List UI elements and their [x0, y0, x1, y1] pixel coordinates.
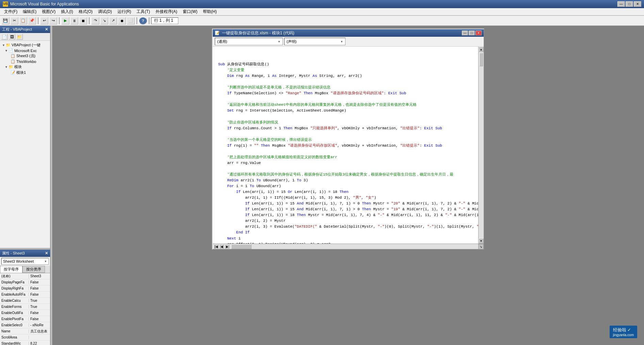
- tree-icon-thisworkbook: 📋: [11, 59, 15, 64]
- properties-dropdown[interactable]: Sheet3 Worksheet ▼: [1, 258, 49, 265]
- app-maximize-btn[interactable]: □: [626, 1, 633, 7]
- tb-stop[interactable]: ⏹: [79, 17, 87, 24]
- tb-redo[interactable]: ↪: [49, 17, 57, 24]
- menu-help[interactable]: 帮助(H): [200, 8, 220, 15]
- h-scroll-thumb[interactable]: [231, 244, 252, 249]
- vba-window: 📝 一键提取身份证信息.xlsm - 模块1 (代码) — □ ✕ (通用) ▼…: [212, 29, 484, 250]
- tb-paste[interactable]: 📌: [28, 17, 36, 24]
- vba-dropdown-general[interactable]: (通用) ▼: [215, 38, 283, 45]
- tb-step2[interactable]: ↘: [100, 17, 108, 24]
- prop-row-enableforms: EnableForms True: [0, 304, 50, 310]
- vba-bottom-row: |◀ ◀ ▶ ↘: [213, 244, 484, 249]
- tb-step3[interactable]: ↗: [109, 17, 117, 24]
- menu-run[interactable]: 运行(R): [115, 8, 134, 15]
- nav-next-btn[interactable]: ▶: [225, 244, 229, 249]
- tree-label-excel: Microsoft Exc: [14, 49, 37, 53]
- scroll-thumb[interactable]: [479, 53, 483, 66]
- app-minimize-btn[interactable]: —: [617, 1, 625, 7]
- scroll-up-btn[interactable]: ▲: [479, 47, 484, 52]
- nav-first-btn[interactable]: |◀: [214, 244, 219, 249]
- vba-maximize-btn[interactable]: □: [469, 31, 475, 35]
- prop-enablepivot-value: False: [29, 317, 50, 321]
- tb-undo[interactable]: ↩: [40, 17, 48, 24]
- tree-label-sheet3: Sheet3 (员): [16, 53, 35, 59]
- code-line-dim: Dim rng As Range, i As Integer, Mystr As…: [218, 73, 473, 79]
- tree-thisworkbook[interactable]: ▶ 📋 ThisWorkbo: [7, 59, 49, 64]
- menu-file[interactable]: 文件(F): [1, 8, 20, 15]
- scroll-down-btn[interactable]: ▼: [479, 238, 484, 244]
- tb-bp[interactable]: ⏺: [118, 17, 126, 24]
- code-line-arr2-2: arr2(i, 2) = Mystr: [218, 218, 473, 224]
- tree-sheet3[interactable]: ▶ 📋 Sheet3 (员): [7, 53, 49, 59]
- project-toggle-folder[interactable]: 📁: [16, 34, 23, 40]
- code-line-rng: rng.Offset(0, 1).Resize(UBound(arr), 3) …: [218, 242, 473, 244]
- tree-module1[interactable]: ▶ 📝 模块1: [7, 70, 49, 76]
- menu-edit[interactable]: 编辑(E): [20, 8, 39, 15]
- prop-displaypage-label: DisplayPageFa: [0, 280, 29, 284]
- prop-enableselec-value: - xlNoRe: [29, 323, 50, 327]
- tb-save[interactable]: 💾: [1, 17, 10, 24]
- tb-copy[interactable]: 📋: [19, 17, 27, 24]
- project-view-code[interactable]: 📄: [1, 34, 8, 40]
- code-line-empty5: [218, 149, 473, 154]
- tree-microsoft-excel[interactable]: ▼ 📄 Microsoft Exc: [4, 48, 49, 53]
- tree-arrow-vbaproject: ▼: [2, 44, 5, 47]
- code-line-empty4: [218, 131, 473, 137]
- prop-row-enableselec: EnableSelec0 - xlNoRe: [0, 322, 50, 328]
- nav-prev-btn[interactable]: ◀: [219, 244, 224, 249]
- prop-row-enableoutli: EnableOutliFa False: [0, 310, 50, 316]
- vba-win-controls: — □ ✕: [462, 31, 482, 35]
- left-panel: 工程 - VBAProject ✕ 📄 🖼 📁 ▼ 📁 VBAProject (…: [0, 26, 50, 345]
- tb-help[interactable]: ?: [139, 17, 147, 24]
- vba-close-btn[interactable]: ✕: [476, 31, 482, 35]
- tb-cut[interactable]: ✂: [10, 17, 18, 24]
- tb-clr[interactable]: ⬜: [127, 17, 135, 24]
- properties-close[interactable]: ✕: [45, 251, 48, 256]
- toolbar: 💾 ✂ 📋 📌 ↩ ↪ ▶ ⏸ ⏹ ↷ ↘ ↗ ⏺ ⬜ ? 行 1，列 1: [0, 16, 644, 26]
- code-line-iflen15-2: If Len(arr(i, 1)) = 15 And Mid(arr(i, 1)…: [218, 207, 473, 212]
- tb-step[interactable]: ↷: [91, 17, 99, 24]
- menu-bar: 文件(F) 编辑(E) 视图(V) 插入(I) 格式(O) 调试(D) 运行(R…: [0, 8, 644, 16]
- tb-pause[interactable]: ⏸: [70, 17, 78, 24]
- prop-enableauto-label: EnableAutoRFa: [0, 293, 29, 296]
- app-close-btn[interactable]: ✕: [634, 1, 641, 7]
- menu-format[interactable]: 格式(O): [76, 8, 95, 15]
- code-editor[interactable]: Sub 从身份证号码获取信息() '定义变量 Dim rng As Range,…: [213, 47, 478, 244]
- menu-debug[interactable]: 调试(D): [95, 8, 115, 15]
- code-line-comment2: '判断所选中的区域是不是单元格，不是的话报出提示错误信息: [218, 85, 473, 91]
- prop-enableselec-label: EnableSelec0: [0, 323, 29, 327]
- main-layout: 工程 - VBAProject ✕ 📄 🖼 📁 ▼ 📁 VBAProject (…: [0, 26, 644, 345]
- vba-dropdown-decl-label: (声明): [287, 39, 296, 44]
- prop-row-enableauto: EnableAutoRFa False: [0, 292, 50, 298]
- app-win-controls: — □ ✕: [617, 1, 641, 7]
- prop-tab-category[interactable]: 按分类序: [22, 266, 45, 273]
- code-line-iflen18: If Len(arr(i, 1)) = 18 Then Mystr = Mid(…: [218, 212, 473, 218]
- vertical-scrollbar[interactable]: ▲ ▼: [478, 47, 484, 244]
- code-line-2: [218, 56, 473, 62]
- vba-dropdown-decl[interactable]: (声明) ▼: [284, 38, 345, 45]
- watermark: 经验啦 ✓ jingyanla.com: [610, 326, 637, 338]
- project-panel-close[interactable]: ✕: [45, 27, 48, 32]
- code-line-comment4: '防止你选中区域有多列的情况: [218, 120, 473, 126]
- code-line-sub: Sub 从身份证号码获取信息(): [218, 62, 473, 67]
- menu-addins[interactable]: 外接程序(A): [153, 8, 180, 15]
- code-line-iflen: If Len(arr(i, 1)) = 15 Or Len(arr(i, 1))…: [218, 189, 473, 195]
- prop-tab-alpha[interactable]: 按字母序: [0, 266, 22, 273]
- vba-minimize-btn[interactable]: —: [462, 31, 468, 35]
- code-line-if1: If TypeName(Selection) <> "Range" Then M…: [218, 91, 473, 96]
- menu-insert[interactable]: 插入(I): [58, 8, 76, 15]
- code-line-comment1: '定义变量: [218, 67, 473, 73]
- menu-window[interactable]: 窗口(W): [180, 8, 200, 15]
- watermark-url: jingyanla.com: [613, 333, 634, 337]
- tb-run[interactable]: ▶: [61, 17, 69, 24]
- tree-label-vbaproject: VBAProject (一键: [12, 43, 41, 48]
- menu-tools[interactable]: 工具(T): [134, 8, 152, 15]
- tree-vbaproject[interactable]: ▼ 📁 VBAProject (一键: [1, 42, 49, 48]
- code-line-iflen15-1: If Len(arr(i, 1)) = 15 And Mid(arr(i, 1)…: [218, 201, 473, 207]
- vba-window-title: 一键提取身份证信息.xlsm - 模块1 (代码): [222, 30, 462, 36]
- menu-view[interactable]: 视图(V): [39, 8, 58, 15]
- tree-modules[interactable]: ▼ 📁 模块: [4, 64, 49, 70]
- project-view-obj[interactable]: 🖼: [9, 34, 15, 40]
- prop-displayrigh-value: False: [29, 286, 50, 290]
- project-panel-label: 工程 - VBAProject: [2, 27, 32, 32]
